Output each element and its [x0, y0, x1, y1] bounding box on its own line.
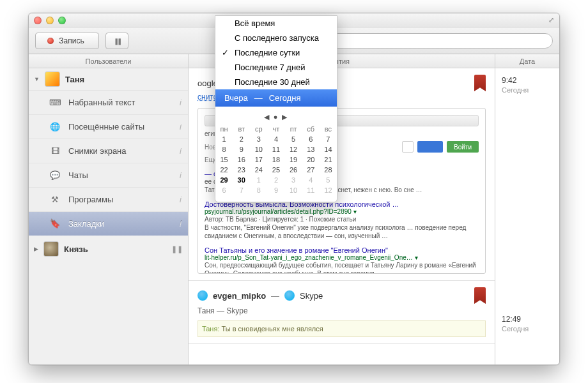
calendar-day[interactable]: 9 — [267, 185, 284, 195]
calendar-day[interactable]: 1 — [215, 134, 233, 144]
dash: — — [271, 291, 279, 301]
calendar-day[interactable]: 30 — [233, 175, 250, 185]
pause-button[interactable] — [105, 33, 128, 49]
calendar-day[interactable]: 4 — [267, 134, 284, 144]
pause-icon[interactable]: ❚❚ — [171, 245, 183, 253]
calendar-day[interactable]: 20 — [302, 154, 320, 165]
calendar-day[interactable]: 12 — [285, 144, 302, 154]
calendar-day[interactable]: 8 — [215, 144, 233, 154]
calendar-day[interactable]: 29 — [215, 175, 233, 185]
event-day: Сегодня — [502, 325, 553, 333]
col-date[interactable]: Дата — [495, 54, 559, 68]
calendar-day[interactable]: 18 — [267, 154, 284, 165]
user-row-knyaz[interactable]: ▶ Князь ❚❚ — [29, 238, 188, 260]
popover-item-last-7d[interactable]: Последние 7 дней — [215, 60, 337, 75]
event-head: evgen_mipko — Skype — [197, 287, 486, 304]
disclosure-icon[interactable]: ▶ — [34, 246, 38, 252]
info-icon[interactable]: i — [180, 146, 182, 156]
calendar-controls[interactable]: ◀ ● ▶ — [215, 110, 337, 124]
calendar-day[interactable]: 10 — [250, 144, 267, 154]
calendar-day[interactable]: 6 — [215, 185, 233, 195]
sidebar-item-programs[interactable]: ⚒ Программы i — [29, 187, 188, 211]
event-card-skype[interactable]: evgen_mipko — Skype Таня — Skype Таня: Т… — [189, 281, 495, 344]
calendar-day[interactable]: 2 — [267, 175, 284, 185]
calendar-day[interactable]: 9 — [233, 144, 250, 154]
calendar: ◀ ● ▶ пнвтсрчтптсбвс 1234567891011121314… — [215, 107, 337, 202]
calendar-day[interactable]: 14 — [320, 144, 337, 154]
record-label: Запись — [59, 36, 84, 45]
grid-icon — [402, 141, 414, 153]
calendar-day[interactable]: 4 — [302, 175, 320, 185]
apps-icon: ⚒ — [48, 194, 62, 206]
calendar-day[interactable]: 24 — [250, 165, 267, 175]
record-button[interactable]: Запись — [35, 33, 99, 49]
calendar-day[interactable]: 3 — [250, 134, 267, 144]
avatar — [43, 241, 59, 257]
calendar-day[interactable]: 7 — [233, 185, 250, 195]
user-row-tanya[interactable]: ▼ Таня — [29, 68, 188, 90]
record-icon — [47, 38, 54, 44]
cat-label: Посещённые сайты — [68, 122, 144, 131]
range-to: Сегодня — [269, 93, 301, 103]
calendar-day[interactable]: 8 — [250, 185, 267, 195]
sidebar-item-bookmarks[interactable]: 🔖 Закладки i — [29, 211, 188, 236]
info-icon[interactable]: i — [180, 98, 182, 107]
skype-icon — [284, 290, 295, 301]
calendar-day[interactable]: 3 — [285, 175, 302, 185]
sidebar-item-typed-text[interactable]: ⌨ Набранный текст i — [29, 90, 188, 114]
event-subtitle: Таня — Skype — [197, 306, 486, 315]
popover-item-last-24h[interactable]: Последние сутки — [215, 45, 337, 60]
calendar-weekday: пт — [285, 124, 302, 134]
calendar-day[interactable]: 16 — [233, 154, 250, 165]
sidebar-item-screenshots[interactable]: 🎞 Снимки экрана i — [29, 139, 188, 163]
date-range-popover: Всё время С последнего запуска Последние… — [215, 15, 337, 202]
calendar-day[interactable]: 27 — [302, 165, 320, 175]
bookmark-ribbon-icon[interactable] — [474, 287, 486, 304]
fullscreen-icon[interactable]: ⤢ — [548, 16, 554, 24]
calendar-day[interactable]: 12 — [320, 185, 337, 195]
calendar-day[interactable]: 22 — [215, 165, 233, 175]
calendar-day[interactable]: 11 — [267, 144, 284, 154]
calendar-day[interactable]: 15 — [215, 154, 233, 165]
calendar-day[interactable]: 7 — [320, 134, 337, 144]
popover-range-row[interactable]: Вчера — Сегодня — [215, 89, 337, 107]
calendar-day[interactable]: 13 — [302, 144, 320, 154]
cat-label: Снимки экрана — [68, 146, 127, 156]
popover-item-since-launch[interactable]: С последнего запуска — [215, 31, 337, 45]
calendar-weekday: пн — [215, 124, 233, 134]
popover-item-last-30d[interactable]: Последние 30 дней — [215, 75, 337, 89]
info-icon[interactable]: i — [180, 122, 182, 131]
calendar-day[interactable]: 28 — [320, 165, 337, 175]
dash: — — [254, 93, 263, 103]
avatar — [45, 71, 60, 87]
calendar-day[interactable]: 5 — [285, 134, 302, 144]
calendar-day[interactable]: 25 — [267, 165, 284, 175]
cat-label: Набранный текст — [68, 98, 135, 107]
info-icon[interactable]: i — [180, 219, 182, 229]
calendar-day[interactable]: 21 — [320, 154, 337, 165]
sidebar-item-visited-sites[interactable]: 🌐 Посещённые сайты i — [29, 114, 188, 139]
calendar-day[interactable]: 5 — [320, 175, 337, 185]
range-from: Вчера — [224, 93, 248, 103]
disclosure-icon[interactable]: ▼ — [34, 76, 40, 82]
col-users[interactable]: Пользователи — [29, 54, 189, 68]
calendar-day[interactable]: 2 — [233, 134, 250, 144]
calendar-day[interactable]: 1 — [250, 175, 267, 185]
user-name: Таня — [65, 75, 183, 84]
info-icon[interactable]: i — [180, 195, 182, 204]
bookmark-ribbon-icon[interactable] — [474, 75, 486, 91]
globe-icon: 🌐 — [48, 121, 62, 133]
popover-item-all-time[interactable]: Всё время — [215, 16, 337, 31]
calendar-day[interactable]: 19 — [285, 154, 302, 165]
calendar-day[interactable]: 11 — [302, 185, 320, 195]
chat-icon: 💬 — [48, 170, 62, 181]
sidebar-item-chats[interactable]: 💬 Чаты i — [29, 163, 188, 187]
calendar-day[interactable]: 6 — [302, 134, 320, 144]
calendar-day[interactable]: 23 — [233, 165, 250, 175]
cat-label: Чаты — [68, 170, 88, 180]
info-icon[interactable]: i — [180, 170, 182, 180]
calendar-day[interactable]: 26 — [285, 165, 302, 175]
calendar-day[interactable]: 17 — [250, 154, 267, 165]
keyboard-icon: ⌨ — [48, 97, 62, 109]
calendar-day[interactable]: 10 — [285, 185, 302, 195]
